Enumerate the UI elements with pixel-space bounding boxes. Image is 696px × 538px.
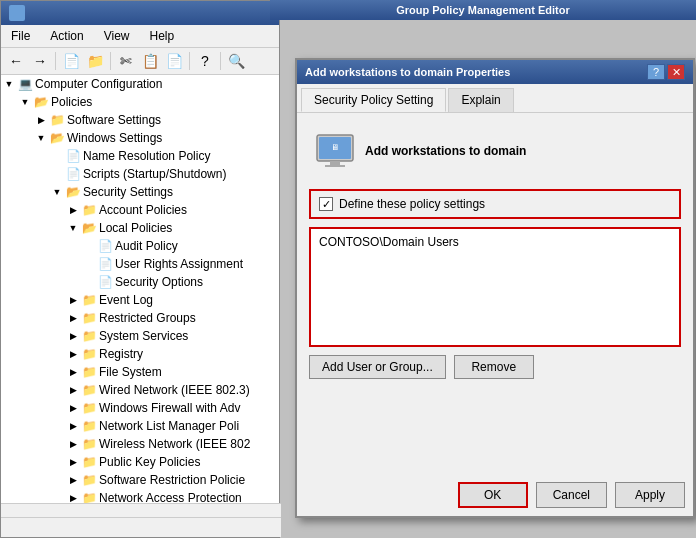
main-window: File Action View Help ← → 📄 📁 ✄ 📋 📄 ? 🔍 …	[0, 0, 280, 538]
expand-account[interactable]: ▶	[65, 202, 81, 218]
expand-public-key[interactable]: ▶	[65, 454, 81, 470]
cancel-button[interactable]: Cancel	[536, 482, 607, 508]
expand-wired[interactable]: ▶	[65, 382, 81, 398]
expand-security[interactable]: ▼	[49, 184, 65, 200]
add-user-button[interactable]: Add User or Group...	[309, 355, 446, 379]
define-policy-label: Define these policy settings	[339, 197, 485, 211]
toolbar-forward[interactable]: →	[29, 50, 51, 72]
tree-item-software-settings[interactable]: ▶ Software Settings	[1, 111, 279, 129]
tree-item-wired-network[interactable]: ▶ Wired Network (IEEE 802.3)	[1, 381, 279, 399]
toolbar-view[interactable]: 🔍	[225, 50, 247, 72]
tree-item-registry[interactable]: ▶ Registry	[1, 345, 279, 363]
folder-net-list-icon	[81, 418, 97, 434]
define-policy-checkbox[interactable]: ✓	[319, 197, 333, 211]
tree-item-account-policies[interactable]: ▶ Account Policies	[1, 201, 279, 219]
tree-label-wired-network: Wired Network (IEEE 802.3)	[99, 383, 250, 397]
tree-label-restricted-groups: Restricted Groups	[99, 311, 196, 325]
tree-label-name-resolution: Name Resolution Policy	[83, 149, 210, 163]
tree-item-policies[interactable]: ▼ Policies	[1, 93, 279, 111]
menu-file[interactable]: File	[5, 27, 36, 45]
expand-net-list[interactable]: ▶	[65, 418, 81, 434]
toolbar-back[interactable]: ←	[5, 50, 27, 72]
scrollbar-horizontal[interactable]	[1, 503, 281, 517]
tree-label-network-list: Network List Manager Poli	[99, 419, 239, 433]
tree-item-event-log[interactable]: ▶ Event Log	[1, 291, 279, 309]
prop-content: 🖥 Add workstations to domain ✓ Define th…	[297, 113, 693, 403]
expand-policies[interactable]: ▼	[17, 94, 33, 110]
expand-windows[interactable]: ▼	[33, 130, 49, 146]
expand-computer-config[interactable]: ▼	[1, 76, 17, 92]
tree-item-windows-settings[interactable]: ▼ Windows Settings	[1, 129, 279, 147]
expand-software[interactable]: ▶	[33, 112, 49, 128]
tab-explain[interactable]: Explain	[448, 88, 513, 112]
tree-label-account-policies: Account Policies	[99, 203, 187, 217]
tree-item-computer-config[interactable]: ▼ 💻 Computer Configuration	[1, 75, 279, 93]
tree-item-network-list[interactable]: ▶ Network List Manager Poli	[1, 417, 279, 435]
tree-item-name-resolution[interactable]: 📄 Name Resolution Policy	[1, 147, 279, 165]
app-icon	[9, 5, 25, 21]
expand-sec-options[interactable]	[81, 274, 97, 290]
expand-restricted[interactable]: ▶	[65, 310, 81, 326]
tree-item-scripts[interactable]: 📄 Scripts (Startup/Shutdown)	[1, 165, 279, 183]
expand-sys-svc[interactable]: ▶	[65, 328, 81, 344]
toolbar-cut[interactable]: ✄	[115, 50, 137, 72]
tree-item-user-rights[interactable]: 📄 User Rights Assignment	[1, 255, 279, 273]
folder-account-icon	[81, 202, 97, 218]
tree-item-file-system[interactable]: ▶ File System	[1, 363, 279, 381]
tree-label-system-services: System Services	[99, 329, 188, 343]
expand-registry[interactable]: ▶	[65, 346, 81, 362]
tree-item-system-services[interactable]: ▶ System Services	[1, 327, 279, 345]
tree-item-software-restriction[interactable]: ▶ Software Restriction Policie	[1, 471, 279, 489]
menu-action[interactable]: Action	[44, 27, 89, 45]
tree-item-restricted-groups[interactable]: ▶ Restricted Groups	[1, 309, 279, 327]
apply-button[interactable]: Apply	[615, 482, 685, 508]
expand-scripts[interactable]	[49, 166, 65, 182]
tree-label-local-policies: Local Policies	[99, 221, 172, 235]
expand-audit[interactable]	[81, 238, 97, 254]
main-title-bar	[1, 1, 279, 25]
remove-button[interactable]: Remove	[454, 355, 534, 379]
expand-user-rights[interactable]	[81, 256, 97, 272]
menu-help[interactable]: Help	[144, 27, 181, 45]
expand-firewall[interactable]: ▶	[65, 400, 81, 416]
toolbar-copy[interactable]: 📋	[139, 50, 161, 72]
users-list-item-0[interactable]: CONTOSO\Domain Users	[315, 233, 675, 251]
tree-item-security-settings[interactable]: ▼ Security Settings	[1, 183, 279, 201]
leaf-scripts-icon: 📄	[65, 166, 81, 182]
svg-rect-2	[330, 161, 340, 165]
tree-item-local-policies[interactable]: ▼ Local Policies	[1, 219, 279, 237]
tree-label-security-settings: Security Settings	[83, 185, 173, 199]
prop-help-btn[interactable]: ?	[647, 64, 665, 80]
prop-close-btn[interactable]: ✕	[667, 64, 685, 80]
toolbar-help[interactable]: ?	[194, 50, 216, 72]
expand-local[interactable]: ▼	[65, 220, 81, 236]
tree-item-audit-policy[interactable]: 📄 Audit Policy	[1, 237, 279, 255]
toolbar-paste[interactable]: 📄	[163, 50, 185, 72]
menu-bar: File Action View Help	[1, 25, 279, 48]
expand-wireless[interactable]: ▶	[65, 436, 81, 452]
properties-dialog: Add workstations to domain Properties ? …	[295, 58, 695, 518]
title-bar-left	[9, 5, 25, 21]
tree-item-security-options[interactable]: 📄 Security Options	[1, 273, 279, 291]
expand-name-res[interactable]	[49, 148, 65, 164]
toolbar: ← → 📄 📁 ✄ 📋 📄 ? 🔍	[1, 48, 279, 75]
prop-footer: OK Cancel Apply	[458, 482, 685, 508]
menu-view[interactable]: View	[98, 27, 136, 45]
toolbar-folder[interactable]: 📁	[84, 50, 106, 72]
tree-item-public-key[interactable]: ▶ Public Key Policies	[1, 453, 279, 471]
tree-item-windows-firewall[interactable]: ▶ Windows Firewall with Adv	[1, 399, 279, 417]
folder-policies-icon	[33, 94, 49, 110]
button-row: Add User or Group... Remove	[309, 355, 681, 379]
tab-security-policy[interactable]: Security Policy Setting	[301, 88, 446, 112]
users-list-box[interactable]: CONTOSO\Domain Users	[309, 227, 681, 347]
policy-checkbox-box: ✓ Define these policy settings	[309, 189, 681, 219]
expand-file-sys[interactable]: ▶	[65, 364, 81, 380]
toolbar-up[interactable]: 📄	[60, 50, 82, 72]
tree-label-scripts: Scripts (Startup/Shutdown)	[83, 167, 226, 181]
ok-button[interactable]: OK	[458, 482, 528, 508]
tree-item-wireless-network[interactable]: ▶ Wireless Network (IEEE 802	[1, 435, 279, 453]
tree-view[interactable]: ▼ 💻 Computer Configuration ▼ Policies ▶ …	[1, 75, 279, 533]
expand-sw-restrict[interactable]: ▶	[65, 472, 81, 488]
prop-header: 🖥 Add workstations to domain	[309, 125, 681, 177]
expand-event-log[interactable]: ▶	[65, 292, 81, 308]
